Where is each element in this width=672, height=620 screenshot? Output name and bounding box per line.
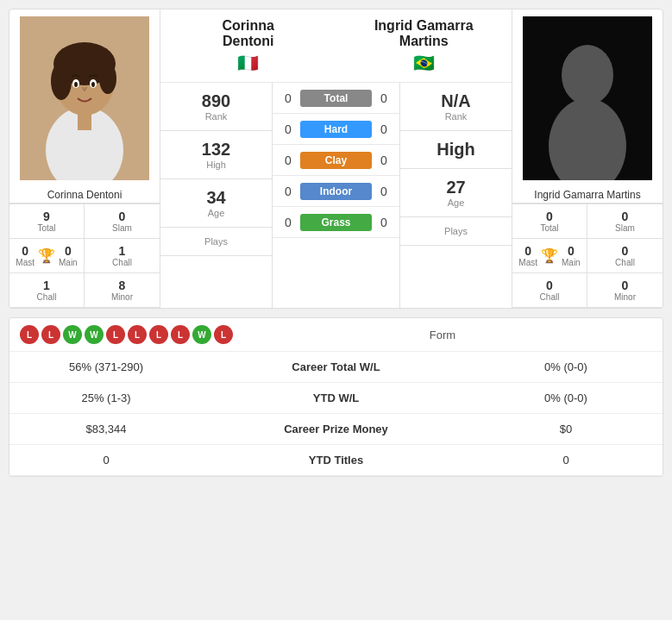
stats-row-1: 25% (1-3) YTD W/L 0% (0-0) [9, 383, 663, 414]
svg-point-5 [99, 63, 116, 94]
player2-rank-val: N/A [404, 91, 508, 111]
player2-name-label: Ingrid Gamarra Martins [512, 187, 663, 204]
bottom-section: LLWWLLLLWL Form 56% (371-290) Career Tot… [9, 317, 663, 477]
player1-total-val: 9 [13, 210, 80, 223]
stats-row-3: 0 YTD Titles 0 [9, 445, 663, 476]
player2-chall-cell2: 0 Chall [512, 273, 587, 308]
player1-rank-val: 890 [164, 91, 268, 111]
indoor-label: Indoor [300, 183, 372, 200]
player2-trophy-icon: 🏆 [541, 249, 558, 263]
player-names-row: Corinna Dentoni 🇮🇹 Ingrid Gamarra Martin… [160, 9, 512, 83]
svg-point-4 [51, 62, 72, 100]
player2-slam-val: 0 [591, 210, 659, 223]
surfaces-col: 0 Total 0 0 Hard 0 0 Clay 0 [273, 83, 399, 308]
player2-plays-box: Plays [400, 217, 512, 246]
stats-row-3-center: YTD Titles [192, 454, 480, 467]
player2-photo [523, 16, 652, 180]
clay-row: 0 Clay 0 [273, 145, 399, 176]
total-right-val: 0 [377, 91, 391, 105]
player1-minor-row: 1 Chall 8 Minor [9, 273, 160, 308]
form-badge-w: W [63, 325, 82, 344]
player2-main-lbl: Main [562, 258, 581, 267]
stats-row-2-left: $83,344 [20, 423, 192, 435]
player1-name-center: Corinna Dentoni 🇮🇹 [160, 18, 336, 73]
stats-row-0: 56% (371-290) Career Total W/L 0% (0-0) [9, 352, 663, 383]
grass-left-val: 0 [281, 216, 295, 229]
player1-total-lbl: Total [13, 223, 80, 233]
player1-trophy-icon: 🏆 [38, 249, 55, 263]
form-row: LLWWLLLLWL Form [9, 318, 663, 352]
grass-right-val: 0 [377, 216, 391, 229]
player1-mast-lbl: Mast [16, 258, 35, 267]
player1-chall-cell: 1 Chall [85, 239, 160, 273]
player1-photo [20, 16, 149, 180]
svg-point-12 [562, 45, 613, 105]
player2-chall-cell: 0 Chall [587, 239, 663, 273]
player2-mast-lbl: Mast [518, 258, 537, 267]
grass-label: Grass [300, 214, 372, 231]
player1-high-box: 132 High [160, 131, 272, 179]
stats-row-2-right: $0 [480, 423, 652, 435]
form-badge-w: W [192, 325, 211, 344]
player1-rank-box: 890 Rank [160, 83, 272, 131]
player1-chall-val2: 1 [13, 279, 80, 292]
player2-chall-val2: 0 [516, 279, 583, 292]
hard-label: Hard [300, 121, 372, 138]
player1-form-badges: LLWWLLLLWL [20, 325, 233, 344]
hard-left-val: 0 [281, 122, 295, 136]
svg-point-8 [74, 82, 78, 87]
stats-row-3-right: 0 [480, 454, 652, 467]
form-badge-l: L [214, 325, 233, 344]
player2-slam-lbl: Slam [591, 223, 659, 233]
player1-flag: 🇮🇹 [160, 53, 336, 73]
stats-row-1-left: 25% (1-3) [20, 391, 192, 404]
stats-row-2-center: Career Prize Money [192, 423, 480, 435]
player2-rank-lbl: Rank [404, 111, 508, 122]
clay-right-val: 0 [377, 153, 391, 167]
indoor-right-val: 0 [377, 185, 391, 198]
player1-main-val: 0 [59, 244, 78, 258]
player1-age-box: 34 Age [160, 179, 272, 228]
hard-row: 0 Hard 0 [273, 114, 399, 145]
player2-total-cell: 0 Total [512, 204, 587, 239]
player2-high-val: High [404, 140, 508, 160]
player1-slam-val: 0 [88, 210, 156, 223]
player2-age-lbl: Age [404, 197, 508, 208]
clay-left-val: 0 [281, 153, 295, 167]
player2-high-box: High [400, 131, 512, 169]
form-badge-l: L [149, 325, 168, 344]
player1-stats-grid: 9 Total 0 Slam 0 Mast 🏆 0 Main [9, 204, 160, 273]
player1-age-val: 34 [164, 188, 268, 208]
stats-row-0-center: Career Total W/L [192, 360, 480, 373]
player1-chall-lbl: Chall [88, 258, 156, 267]
player1-column: Corinna Dentoni 9 Total 0 Slam 0 Mast [9, 9, 160, 308]
player2-total-val: 0 [516, 210, 583, 223]
indoor-left-val: 0 [281, 185, 295, 198]
player1-total-cell: 9 Total [9, 204, 85, 239]
player2-stats-grid: 0 Total 0 Slam 0 Mast 🏆 0 Main [512, 204, 663, 273]
player1-chall-val: 1 [88, 244, 156, 258]
main-container: Corinna Dentoni 9 Total 0 Slam 0 Mast [0, 9, 672, 477]
stats-rows-container: 56% (371-290) Career Total W/L 0% (0-0) … [9, 352, 663, 476]
stats-row-1-right: 0% (0-0) [480, 391, 652, 404]
player1-mast-cell: 0 Mast 🏆 0 Main [9, 239, 85, 273]
player2-flag: 🇧🇷 [336, 53, 512, 73]
player2-main-val: 0 [562, 244, 581, 258]
clay-label: Clay [300, 152, 372, 169]
player2-stat-boxes: N/A Rank High 27 Age Plays [399, 83, 512, 308]
total-row: 0 Total 0 [273, 83, 399, 114]
surfaces-section: 890 Rank 132 High 34 Age Plays [160, 83, 512, 308]
player2-mast-cell: 0 Mast 🏆 0 Main [512, 239, 587, 273]
player1-minor-cell: 8 Minor [85, 273, 160, 308]
svg-point-9 [91, 82, 95, 87]
total-label: Total [300, 90, 372, 107]
player1-mast-val: 0 [16, 244, 35, 258]
player1-rank-lbl: Rank [164, 111, 268, 122]
player1-age-lbl: Age [164, 208, 268, 218]
grass-row: 0 Grass 0 [273, 207, 399, 238]
player2-minor-cell: 0 Minor [587, 273, 663, 308]
svg-rect-10 [78, 113, 91, 130]
players-section: Corinna Dentoni 9 Total 0 Slam 0 Mast [9, 9, 663, 309]
hard-right-val: 0 [377, 122, 391, 136]
player1-chall-cell2: 1 Chall [9, 273, 85, 308]
